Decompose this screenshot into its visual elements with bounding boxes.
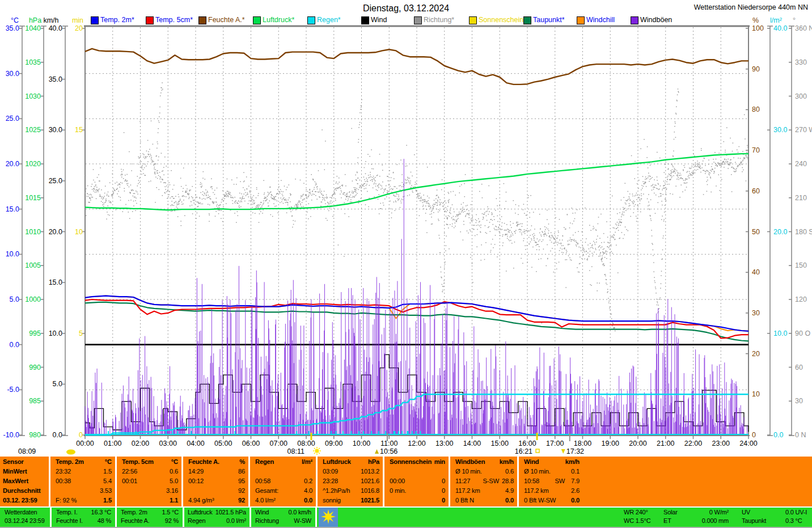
stat-value: 0 [442, 487, 445, 494]
row-label: MinWert [3, 468, 27, 475]
column-unit: °C [171, 458, 178, 465]
weather-app-window: Dienstag, 03.12.2024 Wetterstation Niede… [0, 0, 812, 528]
status-value: 0 W/m² [709, 509, 729, 516]
axis-label: 17:00 [546, 440, 564, 447]
axis-label: 30 [752, 309, 760, 317]
stat-label: Ø 10 min. [524, 468, 551, 475]
stat-value: 3.16 [166, 487, 178, 494]
axis-label: 35.0 [6, 24, 19, 32]
axis-label: 20:00 [629, 440, 646, 447]
column-separator [383, 457, 384, 506]
column-header: Sonnenschein [390, 458, 432, 465]
axis-label: 30 [795, 397, 803, 405]
column-unit: min [434, 458, 445, 465]
axis-label: 10 [752, 390, 760, 398]
stat-label: 0 Bft W-SW [524, 497, 556, 504]
stat-value: 1013.2 [361, 468, 379, 475]
axis-label: 980 [29, 431, 41, 439]
column-header: Temp. 5cm [122, 458, 154, 465]
column-separator [517, 457, 519, 506]
axis-label: 60 [752, 187, 760, 195]
stat-value: 4.9 [505, 487, 514, 494]
axis-label: 06:00 [242, 440, 260, 447]
stat-label: 03:09 [323, 468, 338, 475]
column-header: Wind [524, 458, 539, 465]
axis-label: hPa [29, 16, 41, 24]
column-separator [181, 457, 183, 506]
status-value: 1021.5 hPa [215, 509, 246, 516]
axis-label: 80 [752, 105, 760, 113]
axis-label: -5.0 [7, 386, 19, 394]
axis-label: °C [11, 16, 19, 24]
axis-label: 0.0 [773, 431, 783, 439]
status-value: 0.0 km/h [288, 509, 311, 516]
stat-label: 117.2 km [524, 487, 549, 494]
stat-value: 0.6 [170, 468, 178, 475]
status-key: Wetterdaten [5, 509, 37, 516]
axis-label: l/m² [770, 16, 782, 24]
axis-label: 60 [795, 364, 803, 371]
axis-label: 1005 [25, 261, 41, 269]
axis-label: 5 [79, 330, 83, 337]
axis-label: 15.0 [6, 205, 19, 213]
row-label: MaxWert [3, 478, 28, 484]
status-key: UV [742, 509, 750, 516]
stat-value: 0.0 [304, 497, 312, 504]
axis-label: 360 N [795, 24, 812, 32]
status-separator [249, 508, 251, 527]
status-key: Temp. 2m [121, 509, 147, 516]
column-unit: km/h [500, 458, 514, 465]
stat-label: 22:56 [122, 468, 137, 475]
status-key: Temp. I. [56, 509, 78, 516]
axis-label: 09:00 [325, 440, 342, 447]
stat-label: 00:01 [122, 478, 137, 484]
axis-label: 240 [795, 160, 807, 168]
axis-label: 12:00 [408, 440, 425, 447]
axis-label: 30.0 [6, 70, 19, 78]
column-separator [49, 457, 50, 506]
axis-label: 0.0 [10, 341, 19, 349]
stat-label: 23:32 [56, 468, 71, 475]
axis-label: 10 [75, 228, 83, 236]
axis-label: 1030 [25, 92, 41, 100]
axis-label: 995 [29, 330, 41, 337]
stat-label: sonnig [323, 497, 341, 504]
stat-value: 1021.6 [361, 478, 379, 484]
status-value: 0.3 °C [785, 517, 802, 524]
axis-label: 07:00 [270, 440, 287, 447]
stat-label: Gesamt: [255, 487, 278, 494]
axis-label: 20.0 [773, 228, 787, 236]
axis-label: 40.0 [49, 24, 62, 32]
axis-label: 23:00 [712, 440, 730, 447]
axis-label: 19:00 [602, 440, 619, 447]
stat-value: 4.0 [304, 487, 312, 494]
status-separator [183, 508, 184, 527]
stat-label: Ø 10 min. [455, 468, 482, 475]
stat-value: 86 [238, 468, 245, 475]
axis-label: 21:00 [657, 440, 674, 447]
axis-label: 0 [79, 431, 83, 439]
axis-label: 04:00 [187, 440, 204, 447]
status-value: 0.0 l/m² [226, 517, 246, 524]
axis-label: km/h [43, 16, 58, 24]
axis-label: 990 [29, 364, 41, 371]
stat-value: 1016.8 [361, 487, 379, 494]
axis-label: 1020 [25, 160, 41, 168]
axis-label: 11:00 [380, 440, 397, 447]
axis-label: 90 [752, 65, 760, 73]
sun-icon [315, 449, 319, 453]
stat-value: 0 [442, 478, 445, 484]
status-key: ET [663, 517, 671, 524]
stat-label: 00:12 [188, 478, 204, 484]
axis-label: 15:00 [491, 440, 509, 447]
axis-label: 120 [795, 295, 807, 303]
stat-value: 7.9 [571, 478, 580, 484]
column-unit: km/h [565, 458, 580, 465]
axis-label: 15.0 [49, 278, 62, 286]
axis-label: 05:00 [214, 440, 232, 447]
status-value: 48 % [98, 517, 111, 524]
moon-down-icon [561, 449, 565, 454]
stat-label: 00:38 [56, 478, 71, 484]
axis-label: 25.0 [49, 177, 62, 185]
axis-label: 40.0 [773, 24, 787, 32]
